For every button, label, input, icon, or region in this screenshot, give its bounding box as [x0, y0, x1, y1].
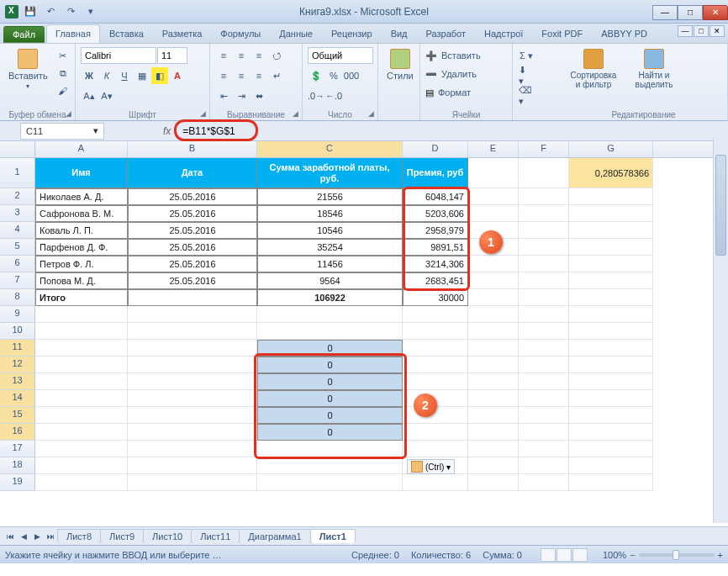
- cell[interactable]: [519, 256, 569, 272]
- cell[interactable]: [35, 306, 128, 323]
- cell[interactable]: Парфенов Д. Ф.: [35, 239, 128, 256]
- zoom-out-button[interactable]: −: [630, 550, 635, 560]
- scrollbar-thumb[interactable]: [715, 155, 726, 256]
- cell[interactable]: [468, 340, 519, 357]
- cell[interactable]: 0: [257, 407, 403, 424]
- tab-formulas[interactable]: Формулы: [211, 24, 270, 43]
- cell[interactable]: [468, 289, 519, 306]
- row-header[interactable]: 1: [0, 158, 35, 188]
- align-launcher[interactable]: ◢: [290, 108, 300, 119]
- align-center[interactable]: ≡: [233, 67, 250, 84]
- cell[interactable]: [468, 158, 519, 188]
- wb-minimize[interactable]: —: [678, 25, 693, 37]
- row-header[interactable]: 17: [0, 441, 35, 457]
- col-header-B[interactable]: B: [128, 141, 257, 157]
- cell[interactable]: [468, 457, 519, 474]
- tab-nav-next[interactable]: ▶: [30, 530, 44, 543]
- grow-font[interactable]: A▴: [81, 87, 98, 104]
- cell[interactable]: [403, 441, 468, 457]
- format-painter-button[interactable]: 🖌: [55, 82, 71, 99]
- tab-home[interactable]: Главная: [46, 24, 100, 43]
- zoom-slider[interactable]: [639, 553, 715, 557]
- col-header-A[interactable]: A: [35, 141, 128, 157]
- cell[interactable]: [468, 239, 519, 256]
- row-header[interactable]: 4: [0, 222, 35, 239]
- cell[interactable]: [519, 158, 569, 188]
- cell[interactable]: Сафронова В. М.: [35, 205, 128, 222]
- cell[interactable]: [569, 256, 653, 272]
- cell[interactable]: Коваль Л. П.: [35, 222, 128, 239]
- sheet-tab[interactable]: Диаграмма1: [239, 529, 310, 543]
- tab-nav-last[interactable]: ⏭: [44, 530, 57, 543]
- cell[interactable]: Премия, руб: [403, 158, 468, 188]
- sheet-tab[interactable]: Лист8: [57, 529, 101, 543]
- cell[interactable]: 30000: [403, 289, 468, 306]
- cell[interactable]: [569, 340, 653, 357]
- cell[interactable]: 25.05.2016: [128, 272, 257, 289]
- number-format-select[interactable]: [308, 47, 373, 64]
- cell[interactable]: 25.05.2016: [128, 188, 257, 205]
- cell[interactable]: [403, 424, 468, 441]
- cell[interactable]: 25.05.2016: [128, 222, 257, 239]
- row-header[interactable]: 9: [0, 306, 35, 323]
- cell[interactable]: 0: [257, 340, 403, 357]
- cell[interactable]: [128, 340, 257, 357]
- tab-data[interactable]: Данные: [270, 24, 322, 43]
- cell-G1[interactable]: 0,280578366: [569, 158, 653, 188]
- cell[interactable]: [569, 390, 653, 407]
- cell[interactable]: [128, 390, 257, 407]
- cell[interactable]: 0: [257, 357, 403, 373]
- cell[interactable]: [519, 357, 569, 373]
- percent-button[interactable]: %: [325, 67, 342, 84]
- cell[interactable]: [468, 323, 519, 340]
- indent-dec[interactable]: ⇤: [215, 87, 232, 104]
- cell[interactable]: [128, 441, 257, 457]
- cell[interactable]: 106922: [257, 289, 403, 306]
- italic-button[interactable]: К: [98, 67, 115, 84]
- cell[interactable]: [519, 205, 569, 222]
- maximize-button[interactable]: □: [678, 5, 703, 20]
- row-header[interactable]: 7: [0, 272, 35, 289]
- view-page-layout[interactable]: [557, 548, 572, 562]
- sheet-tab[interactable]: Лист11: [191, 529, 240, 543]
- cell[interactable]: [468, 205, 519, 222]
- tab-abbyy[interactable]: ABBYY PD: [592, 24, 657, 43]
- cell[interactable]: [569, 239, 653, 256]
- wb-close[interactable]: ✕: [710, 25, 725, 37]
- cell[interactable]: [468, 188, 519, 205]
- cell[interactable]: [468, 424, 519, 441]
- sheet-tab-active[interactable]: Лист1: [310, 529, 356, 543]
- tab-review[interactable]: Рецензир: [322, 24, 382, 43]
- vertical-scrollbar[interactable]: [713, 138, 728, 523]
- cell[interactable]: [128, 373, 257, 390]
- view-normal[interactable]: [541, 548, 556, 562]
- cell[interactable]: Дата: [128, 158, 257, 188]
- cell[interactable]: [519, 306, 569, 323]
- row-header[interactable]: 12: [0, 357, 35, 373]
- cell[interactable]: [519, 390, 569, 407]
- cell[interactable]: [468, 357, 519, 373]
- tab-developer[interactable]: Разработ: [417, 24, 475, 43]
- zoom-in-button[interactable]: +: [718, 550, 723, 560]
- cell[interactable]: 35254: [257, 239, 403, 256]
- col-header-C[interactable]: C: [257, 141, 403, 157]
- cell[interactable]: [128, 357, 257, 373]
- underline-button[interactable]: Ч: [116, 67, 133, 84]
- paste-options-button[interactable]: (Ctrl) ▾: [407, 459, 455, 474]
- align-top[interactable]: ≡: [215, 47, 232, 64]
- wb-restore[interactable]: □: [694, 25, 709, 37]
- cell[interactable]: [468, 272, 519, 289]
- orientation[interactable]: ⭯: [268, 47, 285, 64]
- cell[interactable]: 25.05.2016: [128, 205, 257, 222]
- row-header[interactable]: 5: [0, 239, 35, 256]
- copy-button[interactable]: ⧉: [55, 65, 71, 82]
- cell[interactable]: [519, 340, 569, 357]
- cell[interactable]: [403, 357, 468, 373]
- cell[interactable]: 25.05.2016: [128, 256, 257, 272]
- cell[interactable]: [35, 424, 128, 441]
- cell[interactable]: 25.05.2016: [128, 239, 257, 256]
- cell[interactable]: [468, 390, 519, 407]
- col-header-G[interactable]: G: [569, 141, 653, 157]
- format-cells-button[interactable]: Формат: [435, 84, 473, 101]
- paste-button[interactable]: Вставить ▾: [5, 47, 51, 92]
